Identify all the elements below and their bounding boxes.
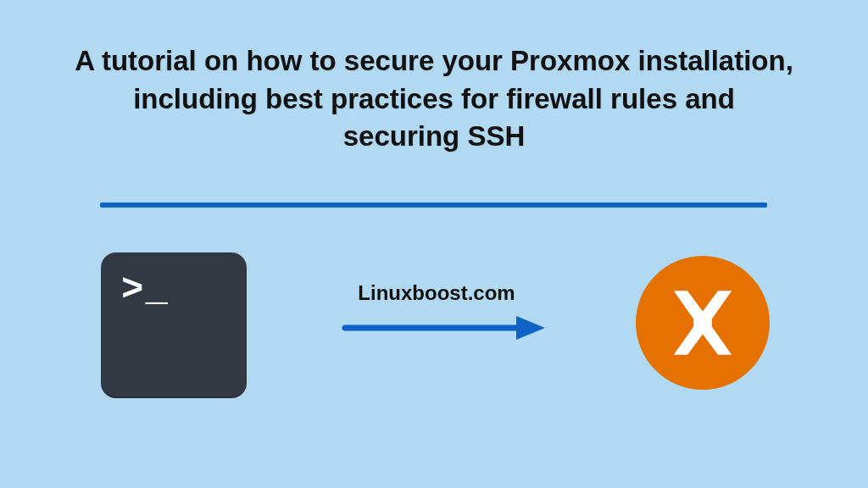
terminal-icon: >_ [101, 252, 247, 398]
page-title: A tutorial on how to secure your Proxmox… [74, 42, 794, 156]
terminal-prompt: >_ [121, 271, 170, 308]
proxmox-x-icon [665, 285, 741, 361]
svg-marker-1 [516, 316, 545, 340]
site-label: Linuxboost.com [297, 281, 576, 305]
middle-group: Linuxboost.com [297, 281, 576, 346]
divider-line [100, 202, 767, 208]
proxmox-logo [636, 256, 770, 390]
arrow-right-icon [342, 313, 545, 342]
